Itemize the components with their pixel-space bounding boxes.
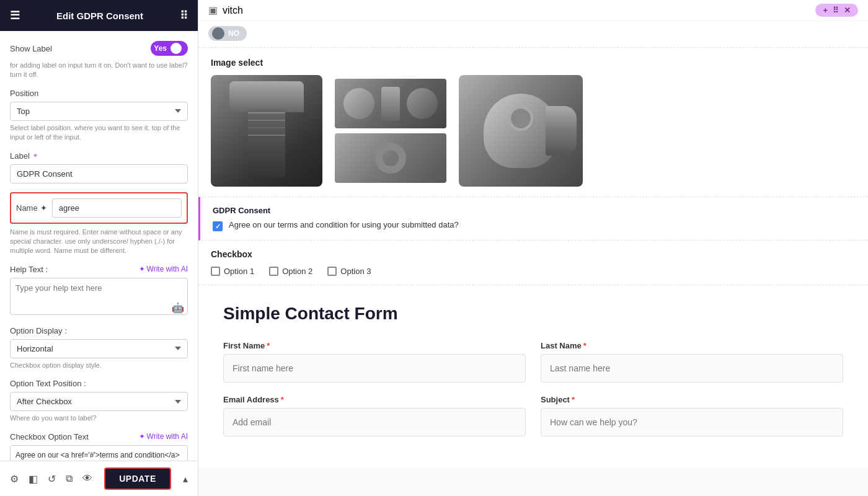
- form-name-row: First Name * Last Name *: [223, 341, 843, 383]
- checkbox-option-1: Option 1: [211, 267, 254, 276]
- toggle-yes-text: Yes: [154, 44, 167, 53]
- gdpr-title: GDPR Consent: [213, 206, 856, 215]
- position-label: Position: [10, 89, 188, 98]
- option-label-1: Option 1: [224, 267, 254, 276]
- help-textarea-wrap: 🤖: [10, 278, 188, 317]
- option-display-select[interactable]: Horizontal Vertical: [10, 339, 188, 358]
- switch-circle: [212, 27, 224, 40]
- option-display-label: Option Display :: [10, 326, 188, 335]
- image-nuts-top[interactable]: [335, 79, 446, 128]
- option-display-hint: Checkbox option display style.: [10, 361, 188, 370]
- name-input[interactable]: [52, 198, 182, 218]
- switch-row: NO: [198, 21, 868, 48]
- option-checkbox-3[interactable]: [327, 267, 337, 276]
- first-name-required: *: [267, 341, 270, 350]
- email-group: Email Address *: [223, 395, 526, 436]
- show-label-text: Show Label: [10, 44, 52, 53]
- left-panel: ☰ Edit GDPR Consent ⠿ Show Label Yes for…: [0, 0, 198, 496]
- subject-group: Subject *: [541, 395, 843, 436]
- first-name-input[interactable]: [223, 354, 526, 383]
- subject-required: *: [572, 395, 575, 404]
- block-icon: ▣: [208, 4, 218, 16]
- ai-star-icon: ✦: [139, 265, 145, 273]
- image-select-section: Image select: [198, 48, 868, 197]
- gear-icon[interactable]: ⚙: [10, 473, 19, 485]
- plus-icon: +: [823, 6, 828, 15]
- strip-badge[interactable]: + ⠿ ✕: [815, 4, 858, 17]
- image-bolt[interactable]: [211, 75, 322, 187]
- eye-icon[interactable]: 👁: [82, 473, 92, 484]
- write-ai-text: Write with AI: [147, 265, 188, 273]
- checkbox-section: Checkbox Option 1 Option 2 Option 3: [198, 241, 868, 285]
- last-name-label: Last Name *: [541, 341, 843, 350]
- bottom-icons: ⚙ ◧ ↺ ⧉ 👁: [10, 473, 92, 485]
- panel-title: Edit GDPR Consent: [56, 11, 143, 21]
- ai-star-icon2: ✦: [139, 432, 145, 441]
- switch-no[interactable]: NO: [208, 26, 247, 41]
- name-hint: Name is must required. Enter name withou…: [10, 228, 188, 256]
- gdpr-checkbox[interactable]: ✓: [213, 221, 223, 231]
- update-button[interactable]: UPDATE: [104, 467, 171, 490]
- name-label: Name ✦: [16, 203, 47, 213]
- position-row: Position Top Left Select label position.…: [10, 89, 188, 143]
- option-text-position-row: Option Text Position : After Checkbox Be…: [10, 379, 188, 423]
- panel-header: ☰ Edit GDPR Consent ⠿: [0, 0, 198, 31]
- layers-icon[interactable]: ◧: [29, 473, 38, 485]
- email-label: Email Address *: [223, 395, 526, 404]
- collapse-panel-button[interactable]: ▴: [183, 473, 188, 485]
- image-fitting-right[interactable]: [459, 75, 583, 187]
- checkbox-option-text-label: Checkbox Option Text: [10, 432, 89, 441]
- subject-label: Subject *: [541, 395, 843, 404]
- ai-bot-icon: 🤖: [172, 302, 184, 314]
- strip-title: vitch: [223, 5, 243, 16]
- name-field-row: Name ✦: [10, 192, 188, 224]
- label-star-icon: ✦: [32, 151, 38, 160]
- option-text-position-hint: Where do you want to label?: [10, 414, 188, 423]
- help-write-ai-link[interactable]: ✦ Write with AI: [139, 265, 188, 273]
- strip-icons: + ⠿ ✕: [815, 4, 858, 17]
- switch-no-text: NO: [228, 29, 239, 38]
- position-select[interactable]: Top Left: [10, 102, 188, 121]
- checkbox-option-label-row: Checkbox Option Text ✦ Write with AI: [10, 432, 188, 441]
- label-text: Label: [10, 151, 30, 161]
- option-label-2: Option 2: [282, 267, 312, 276]
- last-name-required: *: [583, 341, 587, 350]
- move-icon: ⠿: [833, 6, 839, 15]
- check-mark-icon: ✓: [215, 223, 221, 231]
- name-star-icon: ✦: [40, 203, 47, 213]
- option-checkbox-2[interactable]: [269, 267, 278, 276]
- grid-icon[interactable]: ⠿: [180, 9, 188, 22]
- top-strip: ▣ vitch + ⠿ ✕: [198, 0, 868, 21]
- checkbox-option-text-row: Checkbox Option Text ✦ Write with AI Agr…: [10, 432, 188, 461]
- image-small-group: [335, 79, 446, 183]
- name-field-inner: Name ✦: [16, 198, 182, 218]
- subject-input[interactable]: [541, 408, 843, 436]
- history-icon[interactable]: ↺: [48, 473, 56, 485]
- image-grid: [211, 75, 856, 187]
- checkbox-option-3: Option 3: [327, 267, 371, 276]
- label-input[interactable]: [10, 164, 188, 184]
- strip-left: ▣ vitch: [208, 4, 243, 16]
- image-ring-bottom[interactable]: [335, 133, 446, 183]
- form-email-row: Email Address * Subject *: [223, 395, 843, 436]
- checkbox-write-ai-link[interactable]: ✦ Write with AI: [139, 432, 188, 441]
- show-label-toggle[interactable]: Yes: [151, 41, 188, 56]
- help-text-area[interactable]: [10, 278, 188, 315]
- copy-icon[interactable]: ⧉: [66, 473, 73, 484]
- option-checkbox-1[interactable]: [211, 267, 220, 276]
- form-title: Simple Contact Form: [223, 304, 843, 324]
- menu-icon[interactable]: ☰: [10, 9, 20, 22]
- option-text-position-select[interactable]: After Checkbox Before Checkbox: [10, 392, 188, 411]
- checkbox-option-textarea[interactable]: Agree on our <a href='#'>terms and condi…: [10, 445, 188, 461]
- gdpr-section: GDPR Consent ✓ Agree on our terms and co…: [198, 197, 868, 241]
- position-hint: Select label position. where you want to…: [10, 123, 188, 143]
- email-input[interactable]: [223, 408, 526, 436]
- first-name-group: First Name *: [223, 341, 526, 383]
- help-text-label: Help Text :: [10, 265, 48, 274]
- help-text-label-row: Help Text : ✦ Write with AI: [10, 265, 188, 274]
- panel-content: Show Label Yes for adding label on input…: [0, 31, 198, 461]
- first-name-label: First Name *: [223, 341, 526, 350]
- last-name-input[interactable]: [541, 354, 843, 383]
- image-select-title: Image select: [211, 58, 856, 68]
- label-field-row: Label ✦: [10, 151, 188, 184]
